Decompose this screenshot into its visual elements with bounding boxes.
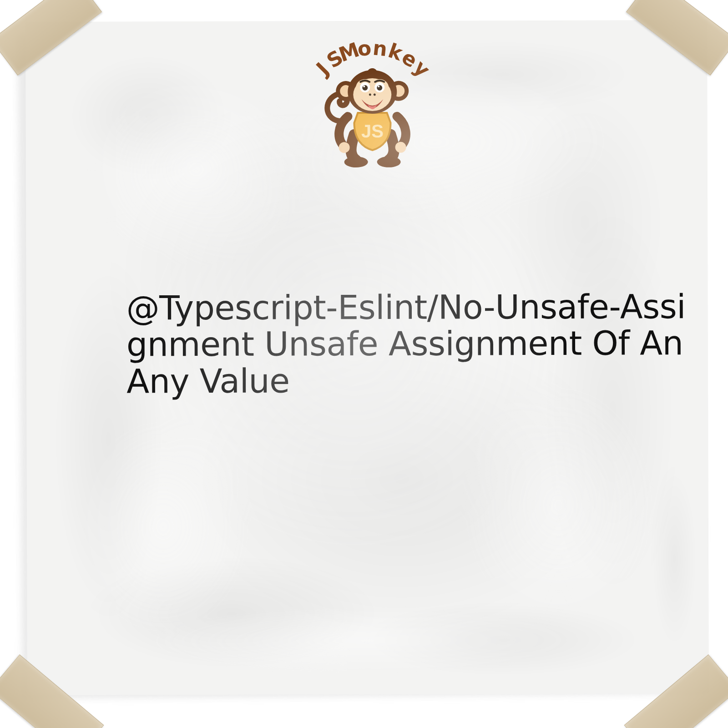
canvas: JSMonkey JS: [0, 0, 728, 728]
svg-point-12: [362, 85, 368, 91]
logo-wordmark-letter: o: [356, 36, 373, 61]
logo-wordmark-letter: n: [372, 36, 389, 61]
paper-note: JSMonkey JS: [25, 20, 709, 695]
logo: JSMonkey JS: [299, 36, 445, 173]
article-title: @Typescript-Eslint/No-Unsafe-Assignment …: [126, 288, 691, 399]
svg-point-17: [374, 93, 376, 96]
logo-badge-text: JS: [361, 121, 384, 141]
svg-point-19: [395, 142, 406, 153]
svg-point-16: [369, 93, 371, 96]
logo-wordmark: JSMonkey: [299, 36, 445, 70]
svg-point-18: [339, 142, 350, 153]
svg-point-15: [378, 86, 379, 87]
monkey-mascot-icon: JS: [322, 66, 423, 171]
svg-point-14: [363, 86, 365, 87]
svg-point-13: [377, 85, 382, 91]
